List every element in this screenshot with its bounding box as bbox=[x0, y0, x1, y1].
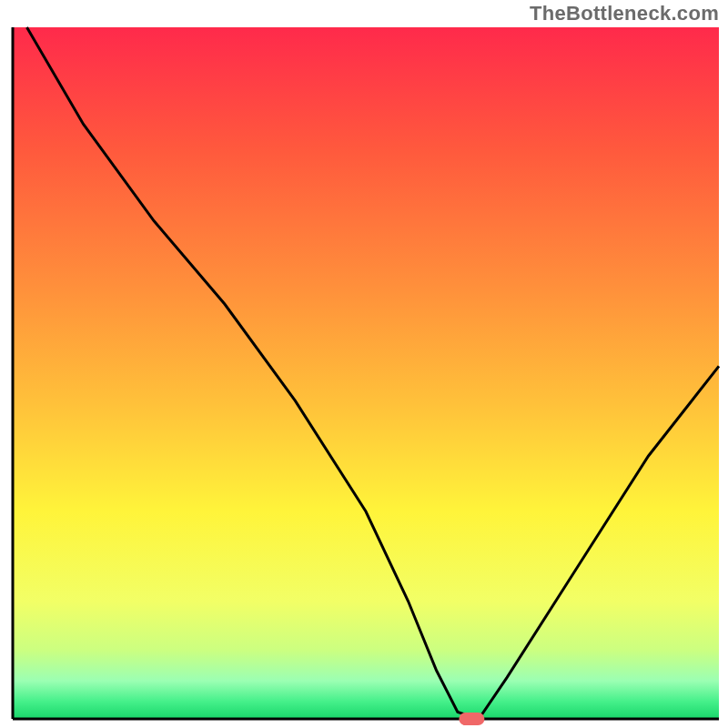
optimal-point-marker bbox=[459, 713, 484, 725]
plot-background bbox=[13, 27, 719, 719]
chart-container: TheBottleneck.com bbox=[0, 0, 728, 728]
watermark-text: TheBottleneck.com bbox=[530, 2, 719, 25]
bottleneck-chart bbox=[0, 0, 728, 728]
